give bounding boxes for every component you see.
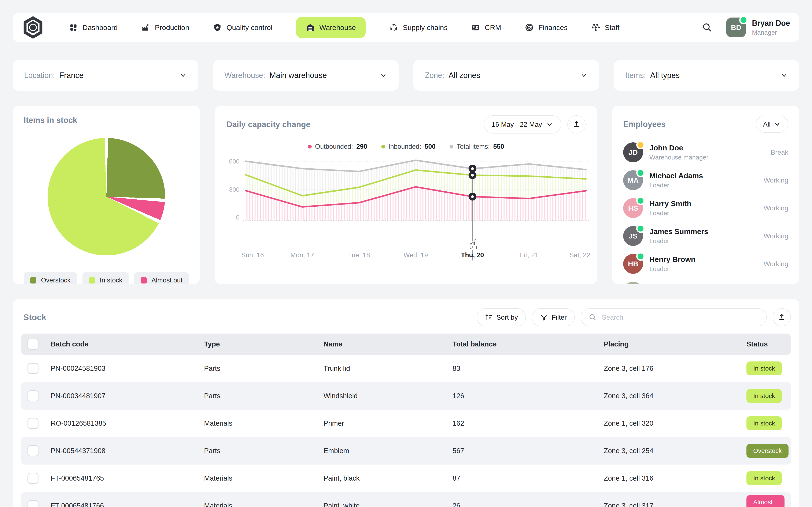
cell-status: In stock — [747, 389, 784, 403]
employee-presence-dot — [636, 196, 645, 205]
table-row[interactable]: FT-00065481765MaterialsPaint, black87Zon… — [21, 464, 791, 492]
legend-dot — [381, 145, 385, 149]
table-row[interactable]: PN-00034481907PartsWindshield126Zone 3, … — [21, 382, 791, 410]
export-table-button[interactable] — [773, 308, 791, 326]
nav-item-staff[interactable]: Staff — [591, 17, 619, 38]
daily-capacity-card: Daily capacity change 16 May - 22 May Ou… — [215, 106, 597, 284]
row-checkbox[interactable] — [28, 363, 39, 374]
filter-label: Zone: — [425, 71, 444, 80]
chevron-down-icon — [179, 72, 187, 79]
filter-button[interactable]: Filter — [532, 308, 575, 326]
chart-legend-item: Outbounded:290 — [308, 143, 367, 151]
nav-item-finances[interactable]: Finances — [525, 17, 567, 38]
cell-status: Overstock — [747, 444, 789, 458]
filter-value: France — [59, 71, 84, 80]
employee-presence-dot — [636, 252, 645, 261]
pie-card-title: Items in stock — [24, 116, 189, 125]
cell-placing: Zone 1, cell 320 — [604, 419, 747, 427]
cell-type: Parts — [204, 447, 323, 455]
pie-legend-chip-almost-out: Almost out — [134, 272, 189, 284]
nav-item-supply-chains[interactable]: Supply chains — [389, 17, 448, 38]
cell-batch: PN-00024581903 — [51, 364, 204, 373]
row-checkbox[interactable] — [28, 473, 39, 484]
cell-name: Emblem — [323, 447, 453, 455]
employee-row[interactable]: JSJames SummersLoaderWorking — [623, 226, 788, 246]
select-all-checkbox[interactable] — [28, 339, 39, 350]
employee-row[interactable]: MAMichael AdamsLoaderWorking — [623, 170, 788, 190]
table-row[interactable]: PN-00024581903PartsTrunk lid83Zone 3, ce… — [21, 355, 791, 382]
employee-row[interactable]: HBHenry BrownLoaderWorking — [623, 254, 788, 274]
column-header-name: Name — [323, 340, 453, 348]
employee-role: Loader — [649, 210, 691, 217]
legend-label: Overstock — [41, 277, 70, 284]
finances-icon — [525, 23, 534, 32]
nav-item-warehouse[interactable]: Warehouse — [296, 17, 366, 38]
filter-dropdown-zone[interactable]: Zone:All zones — [413, 60, 599, 91]
cell-type: Materials — [204, 419, 323, 427]
row-checkbox[interactable] — [28, 418, 39, 429]
row-checkbox[interactable] — [28, 500, 39, 507]
filter-dropdown-warehouse[interactable]: Warehouse:Main warehouse — [213, 60, 399, 91]
nav-right: BD Bryan Doe Manager — [702, 17, 790, 38]
employee-meta: Harry SmithLoader — [649, 200, 691, 217]
nav-item-quality-control[interactable]: Quality control — [213, 17, 272, 38]
stock-search-input[interactable] — [601, 313, 759, 322]
cell-placing: Zone 3, cell 254 — [604, 447, 747, 455]
svg-text:Sat, 22: Sat, 22 — [569, 251, 590, 259]
employee-status: Break — [770, 149, 788, 156]
items-in-stock-pie-chart[interactable] — [48, 138, 165, 256]
legend-label: In stock — [100, 277, 122, 284]
staff-icon — [591, 23, 600, 32]
table-row[interactable]: RO-00126581385MaterialsPrimer162Zone 1, … — [21, 410, 791, 437]
stock-header: Stock Sort by Filter — [21, 308, 791, 326]
row-checkbox[interactable] — [28, 390, 39, 401]
cards-row: Items in stock OverstockIn stockAlmost o… — [13, 106, 799, 284]
chart-legend-item: Total items:550 — [450, 143, 504, 151]
chart-controls: 16 May - 22 May — [484, 115, 586, 133]
cell-type: Materials — [204, 502, 323, 507]
cell-status: In stock — [747, 471, 784, 485]
filter-dropdown-location[interactable]: Location:France — [13, 60, 198, 91]
chevron-down-icon — [780, 72, 788, 79]
search-icon[interactable] — [702, 22, 712, 33]
cell-name: Paint, black — [323, 474, 453, 482]
table-row[interactable]: FT-00065481766MaterialsPaint, white26Zon… — [21, 492, 791, 507]
employee-row[interactable]: JDJohn DoeWarehouse managerBreak — [623, 143, 788, 162]
nav-item-label: Staff — [605, 23, 619, 32]
chart-legend: Outbounded:290Inbounded:500Total items:5… — [226, 143, 586, 151]
employee-row[interactable]: HSHarry SmithLoaderWorking — [623, 198, 788, 218]
nav-item-production[interactable]: Production — [141, 17, 189, 38]
employees-filter-select[interactable]: All — [756, 116, 788, 133]
legend-label: Total items: — [457, 143, 490, 151]
row-checkbox[interactable] — [28, 445, 39, 456]
nav-item-dashboard[interactable]: Dashboard — [69, 17, 117, 38]
employee-avatar: JD — [623, 143, 643, 162]
table-row[interactable]: PN-00544371908PartsEmblem567Zone 3, cell… — [21, 437, 791, 464]
user-chip[interactable]: BD Bryan Doe Manager — [726, 17, 790, 38]
employees-card: Employees All JDJohn DoeWarehouse manage… — [612, 106, 799, 284]
warehouse-dashboard: DashboardProductionQuality controlWareho… — [0, 0, 812, 507]
export-chart-button[interactable] — [567, 115, 586, 133]
sort-by-label: Sort by — [497, 314, 518, 321]
cell-balance: 26 — [453, 502, 604, 507]
cell-type: Parts — [204, 392, 323, 400]
date-range-select[interactable]: 16 May - 22 May — [484, 115, 561, 133]
legend-label: Outbounded: — [315, 143, 353, 151]
column-header-type: Type — [204, 340, 323, 348]
nav-item-crm[interactable]: CRM — [471, 17, 501, 38]
chart-legend-item: Inbounded:500 — [381, 143, 436, 151]
quality-control-icon — [213, 23, 222, 32]
app-logo[interactable] — [22, 16, 44, 39]
legend-label: Inbounded: — [389, 143, 421, 151]
select-all-cell — [28, 339, 51, 350]
main-nav: DashboardProductionQuality controlWareho… — [69, 17, 619, 38]
filter-dropdown-items[interactable]: Items:All types — [614, 60, 800, 91]
cell-type: Parts — [204, 364, 323, 373]
employee-name: James Summers — [649, 227, 708, 236]
table-body: PN-00024581903PartsTrunk lid83Zone 3, ce… — [21, 355, 791, 507]
production-icon — [141, 23, 150, 32]
sort-by-button[interactable]: Sort by — [476, 308, 526, 326]
filter-label: Warehouse: — [224, 71, 265, 80]
daily-capacity-line-chart[interactable]: 6003000☝Sun, 16Mon, 17Tue, 18Wed, 19Thu,… — [226, 154, 595, 264]
employee-avatar — [623, 282, 643, 284]
